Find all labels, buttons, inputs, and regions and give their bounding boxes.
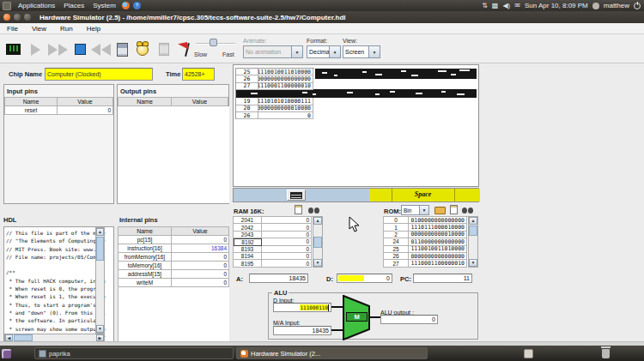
load-chip-button[interactable]: [3, 39, 23, 60]
value-cell[interactable]: 0110000000000000: [409, 238, 467, 245]
slider-fast-label: Fast: [222, 51, 234, 57]
reset-button[interactable]: [91, 39, 111, 60]
hdl-viewer[interactable]: // This file is part of the mate // "The…: [3, 226, 114, 343]
volume-icon[interactable]: ◀): [502, 0, 510, 11]
value-cell[interactable]: 0000000000000000: [409, 253, 467, 260]
format-combo[interactable]: Decimal ▼: [307, 45, 341, 58]
value-cell[interactable]: 0: [262, 246, 312, 253]
menu-run[interactable]: Run: [53, 25, 80, 33]
value-cell[interactable]: 1110010011010000: [409, 246, 467, 253]
calculator-button[interactable]: [112, 39, 132, 60]
minimize-button[interactable]: [14, 14, 21, 21]
chevron-down-icon[interactable]: ▼: [420, 205, 429, 215]
menu-view[interactable]: View: [25, 25, 53, 33]
avatar[interactable]: [592, 3, 599, 9]
alu-d-input-field[interactable]: 111000110: [273, 303, 331, 312]
taskbar-item-hardware-simulator[interactable]: Hardware Simulator (2...: [236, 347, 428, 359]
clock-button[interactable]: [132, 39, 152, 60]
chevron-down-icon[interactable]: ▼: [369, 45, 380, 58]
pin-value-cell[interactable]: 0: [172, 262, 229, 270]
network-manager-icon[interactable]: ▩: [492, 0, 499, 11]
paste-icon[interactable]: [450, 205, 458, 214]
folder-open-icon[interactable]: [434, 207, 446, 214]
value-cell[interactable]: 0000000000010000: [409, 232, 467, 238]
stop-button[interactable]: [70, 39, 90, 60]
value-cell[interactable]: 0: [262, 217, 312, 224]
alu-mux-button[interactable]: M: [346, 312, 368, 322]
value-cell[interactable]: 0000000000010000: [258, 105, 313, 112]
address-cell[interactable]: 8192: [234, 238, 262, 245]
pin-value-cell[interactable]: 0: [58, 106, 113, 115]
scroll-up-icon[interactable]: ▲: [313, 217, 322, 225]
pin-value-cell[interactable]: 0: [172, 279, 229, 287]
scrollbar-thumb[interactable]: [469, 226, 477, 236]
chip-name-field[interactable]: Computer (Clocked): [45, 68, 153, 81]
pin-value-cell[interactable]: 0: [172, 253, 229, 262]
scrollbar-thumb[interactable]: [313, 237, 322, 248]
scroll-left-icon[interactable]: ◀: [5, 334, 13, 341]
ram-scrollbar[interactable]: ▲ ▼: [313, 216, 323, 268]
pc-register-field[interactable]: 11: [413, 274, 472, 283]
scroll-up-icon[interactable]: ▲: [96, 228, 104, 236]
rom-scrollbar[interactable]: ▲ ▼: [468, 216, 478, 268]
menu-places[interactable]: Places: [59, 2, 88, 9]
value-cell[interactable]: 0: [262, 238, 312, 245]
menu-help[interactable]: Help: [80, 25, 107, 33]
menu-file[interactable]: File: [0, 25, 25, 33]
value-cell[interactable]: 1110101010000111: [258, 98, 313, 105]
network-arrows-icon[interactable]: ⇅: [482, 0, 488, 11]
scrollbar-thumb[interactable]: [14, 334, 33, 341]
maximize-button[interactable]: [24, 14, 31, 21]
alu-ma-input-field[interactable]: 18435: [273, 326, 331, 335]
pin-value-cell[interactable]: 16384: [172, 244, 229, 253]
value-cell[interactable]: 0: [262, 253, 312, 260]
value-cell[interactable]: 0: [258, 112, 313, 119]
find-binoculars-icon[interactable]: [462, 206, 473, 214]
clock[interactable]: Sun Apr 10, 8:09 PM: [525, 2, 588, 9]
chevron-down-icon[interactable]: ▼: [330, 45, 341, 58]
scroll-up-icon[interactable]: ▲: [469, 217, 477, 225]
single-step-button[interactable]: [26, 39, 46, 60]
find-binoculars-icon[interactable]: [308, 206, 319, 214]
scroll-down-icon[interactable]: ▼: [469, 259, 477, 267]
value-cell[interactable]: 0: [262, 232, 312, 238]
speed-slider-thumb[interactable]: [210, 39, 217, 46]
power-icon[interactable]: [634, 3, 641, 9]
value-cell[interactable]: 1110111000010000: [409, 224, 467, 231]
distributor-logo-icon[interactable]: [3, 2, 11, 10]
trash-icon[interactable]: [602, 349, 610, 358]
run-button[interactable]: [48, 39, 68, 60]
firefox-icon[interactable]: [122, 2, 130, 9]
scrollbar-thumb[interactable]: [96, 237, 104, 261]
value-cell[interactable]: 0: [262, 260, 312, 267]
d-register-field[interactable]: 0: [337, 274, 392, 283]
scroll-down-icon[interactable]: ▼: [96, 325, 104, 333]
pin-value-cell[interactable]: 0: [172, 270, 229, 279]
hdl-vscrollbar[interactable]: ▲ ▼: [95, 227, 105, 334]
value-cell[interactable]: 1110010011010000: [258, 69, 313, 75]
value-cell[interactable]: 0: [262, 224, 312, 231]
keyboard-button[interactable]: [287, 190, 306, 201]
value-cell[interactable]: 0100000000000000: [409, 217, 467, 224]
value-cell[interactable]: 0000000000000000: [258, 75, 313, 82]
close-button[interactable]: [3, 14, 10, 21]
script-button[interactable]: [154, 39, 173, 60]
a-register-field[interactable]: 18435: [249, 274, 308, 283]
mail-icon[interactable]: ✉: [514, 0, 520, 11]
paste-icon[interactable]: [295, 205, 302, 214]
value-cell[interactable]: 1110001100000010: [258, 83, 313, 90]
scroll-down-icon[interactable]: ▼: [313, 259, 322, 267]
value-cell[interactable]: 1110001100000010: [409, 260, 467, 267]
username[interactable]: matthew: [604, 2, 629, 9]
breakpoint-button[interactable]: [174, 39, 194, 60]
pin-value-cell[interactable]: 0: [172, 236, 229, 244]
taskbar-item-paprika[interactable]: paprika: [34, 347, 234, 359]
help-icon[interactable]: ?: [133, 2, 141, 9]
rom-format-combo[interactable]: Bin ▼: [401, 205, 429, 215]
notification-icon[interactable]: [524, 349, 533, 358]
menu-applications[interactable]: Applications: [14, 2, 59, 9]
view-combo[interactable]: Screen ▼: [343, 45, 380, 58]
scroll-right-icon[interactable]: ▶: [96, 334, 104, 341]
menu-system[interactable]: System: [88, 2, 120, 9]
window-list-icon[interactable]: [2, 349, 11, 358]
